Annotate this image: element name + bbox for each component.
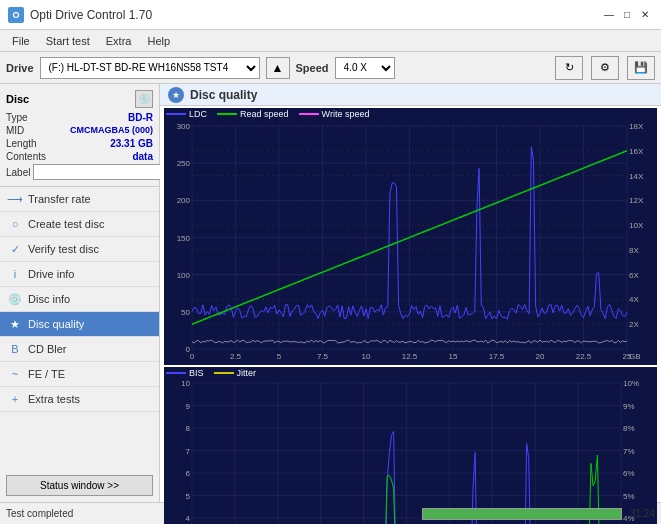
sidebar-item-disc-quality[interactable]: ★ Disc quality [0,312,159,337]
cd-bler-label: CD Bler [28,343,67,355]
close-button[interactable]: ✕ [637,7,653,23]
menu-help[interactable]: Help [139,33,178,49]
disc-panel: Disc 💿 Type BD-R MID CMCMAGBA5 (000) Len… [0,84,159,187]
sidebar-item-create-test-disc[interactable]: ○ Create test disc [0,212,159,237]
transfer-rate-icon: ⟶ [8,192,22,206]
drive-select[interactable]: (F:) HL-DT-ST BD-RE WH16NS58 TST4 [40,57,260,79]
verify-test-disc-icon: ✓ [8,242,22,256]
disc-title: Disc [6,93,29,105]
create-test-disc-icon: ○ [8,217,22,231]
disc-contents-row: Contents data [6,151,153,162]
disc-mid-value: CMCMAGBA5 (000) [70,125,153,136]
charts-container: LDC Read speed Write speed [160,106,661,524]
disc-label-text: Label [6,167,30,178]
maximize-button[interactable]: □ [619,7,635,23]
disc-type-value: BD-R [128,112,153,123]
sidebar-item-transfer-rate[interactable]: ⟶ Transfer rate [0,187,159,212]
window-controls: — □ ✕ [601,7,653,23]
legend-write-speed: Write speed [299,109,370,119]
sidebar-item-verify-test-disc[interactable]: ✓ Verify test disc [0,237,159,262]
legend-write-speed-color [299,113,319,115]
disc-quality-icon: ★ [8,317,22,331]
drivebar: Drive (F:) HL-DT-ST BD-RE WH16NS58 TST4 … [0,52,661,84]
minimize-button[interactable]: — [601,7,617,23]
disc-quality-label: Disc quality [28,318,84,330]
settings-button[interactable]: ⚙ [591,56,619,80]
disc-label-input[interactable] [33,164,166,180]
disc-info-label: Disc info [28,293,70,305]
sidebar: Disc 💿 Type BD-R MID CMCMAGBA5 (000) Len… [0,84,160,502]
app-icon: O [8,7,24,23]
disc-contents-label: Contents [6,151,46,162]
speed-label: Speed [296,62,329,74]
content-area: ★ Disc quality LDC Read speed [160,84,661,502]
disc-contents-value: data [132,151,153,162]
drive-info-label: Drive info [28,268,74,280]
sidebar-item-fe-te[interactable]: ~ FE / TE [0,362,159,387]
eject-button[interactable]: ▲ [266,57,290,79]
disc-length-row: Length 23.31 GB [6,138,153,149]
legend-read-speed: Read speed [217,109,289,119]
extra-tests-label: Extra tests [28,393,80,405]
fe-te-icon: ~ [8,367,22,381]
drive-label: Drive [6,62,34,74]
fe-te-label: FE / TE [28,368,65,380]
top-chart-wrapper: LDC Read speed Write speed [164,108,657,365]
speed-select[interactable]: 4.0 X [335,57,395,79]
menu-extra[interactable]: Extra [98,33,140,49]
legend-read-speed-label: Read speed [240,109,289,119]
sidebar-item-extra-tests[interactable]: + Extra tests [0,387,159,412]
legend-ldc-color [166,113,186,115]
status-time: 31:24 [630,508,655,519]
disc-quality-header: ★ Disc quality [160,84,661,106]
disc-quality-icon-header: ★ [168,87,184,103]
status-text: Test completed [6,508,414,519]
cd-bler-icon: B [8,342,22,356]
disc-quality-title: Disc quality [190,88,257,102]
sidebar-item-drive-info[interactable]: i Drive info [0,262,159,287]
disc-icon-btn[interactable]: 💿 [135,90,153,108]
status-window-button[interactable]: Status window >> [6,475,153,496]
create-test-disc-label: Create test disc [28,218,104,230]
disc-type-row: Type BD-R [6,112,153,123]
legend-ldc: LDC [166,109,207,119]
disc-length-value: 23.31 GB [110,138,153,149]
legend-jitter: Jitter [214,368,257,378]
transfer-rate-label: Transfer rate [28,193,91,205]
disc-info-icon: 💿 [8,292,22,306]
legend-bis-color [166,372,186,374]
main-layout: Disc 💿 Type BD-R MID CMCMAGBA5 (000) Len… [0,84,661,502]
bottom-chart-wrapper: BIS Jitter [164,367,657,524]
disc-mid-row: MID CMCMAGBA5 (000) [6,125,153,136]
sidebar-item-cd-bler[interactable]: B CD Bler [0,337,159,362]
disc-label-row: Label 🔍 [6,164,153,180]
titlebar: O Opti Drive Control 1.70 — □ ✕ [0,0,661,30]
disc-header: Disc 💿 [6,90,153,108]
legend-read-speed-color [217,113,237,115]
menubar: File Start test Extra Help [0,30,661,52]
sidebar-item-disc-info[interactable]: 💿 Disc info [0,287,159,312]
menu-start-test[interactable]: Start test [38,33,98,49]
disc-length-label: Length [6,138,37,149]
menu-file[interactable]: File [4,33,38,49]
progress-container [422,508,622,520]
legend-write-speed-label: Write speed [322,109,370,119]
titlebar-left: O Opti Drive Control 1.70 [8,7,152,23]
disc-type-label: Type [6,112,28,123]
disc-mid-label: MID [6,125,24,136]
save-button[interactable]: 💾 [627,56,655,80]
legend-bis-label: BIS [189,368,204,378]
drive-info-icon: i [8,267,22,281]
refresh-button[interactable]: ↻ [555,56,583,80]
legend-ldc-label: LDC [189,109,207,119]
top-chart-legend: LDC Read speed Write speed [164,108,657,120]
legend-bis: BIS [166,368,204,378]
bottom-chart-legend: BIS Jitter [164,367,657,379]
legend-jitter-color [214,372,234,374]
legend-jitter-label: Jitter [237,368,257,378]
extra-tests-icon: + [8,392,22,406]
progress-bar [423,509,621,519]
bottom-chart-canvas [164,379,657,524]
top-chart-canvas [164,120,657,365]
verify-test-disc-label: Verify test disc [28,243,99,255]
